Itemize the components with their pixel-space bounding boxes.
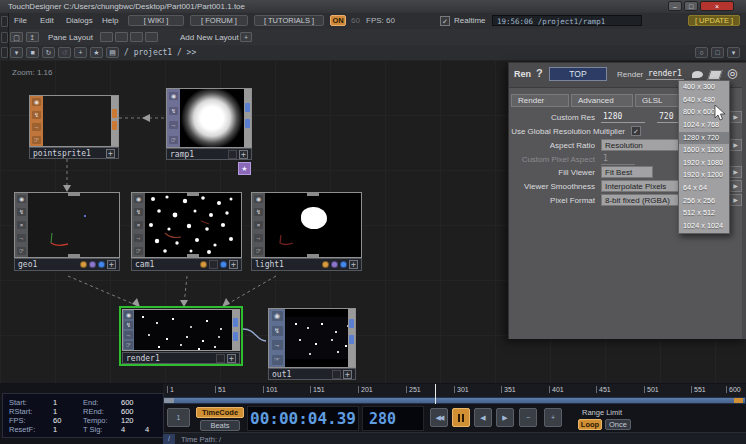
custom-res-width-field[interactable]: 1280 — [601, 112, 645, 123]
node-name-bar[interactable]: render1 + — [122, 352, 240, 364]
node-name-bar[interactable]: light1 + — [251, 258, 362, 271]
pane-square-icon[interactable]: □ — [711, 47, 724, 58]
bypass-flag-icon[interactable]: ↯ — [169, 107, 178, 115]
viewer-dot[interactable] — [340, 261, 347, 268]
viewer-flag-icon[interactable]: ◉ — [169, 92, 178, 100]
tsig-a-value[interactable]: 4 — [121, 425, 125, 434]
tab-advanced[interactable]: Advanced — [571, 94, 633, 107]
monitor-icon[interactable]: ▢ — [10, 32, 23, 42]
decrement-button[interactable]: − — [519, 408, 537, 427]
fps-value[interactable]: 60 — [53, 416, 61, 425]
flag-box[interactable] — [332, 370, 341, 379]
pause-button[interactable] — [452, 408, 470, 427]
pick-flag-icon[interactable]: ☞ — [272, 355, 283, 365]
playbar-mode-button[interactable]: 1 — [167, 408, 190, 427]
pane-down-icon[interactable]: ▾ — [727, 47, 740, 58]
pane-circle-icon[interactable]: ○ — [695, 47, 708, 58]
add-layout-button[interactable]: + — [240, 32, 252, 42]
render-dot[interactable] — [322, 261, 329, 268]
dropdown-item[interactable]: 1920 x 1200 — [679, 169, 729, 182]
node-name-bar[interactable]: out1 + — [268, 368, 356, 380]
custom-res-menu-button[interactable]: ▶ — [729, 111, 742, 123]
panel-scrollbar[interactable] — [742, 63, 746, 339]
pointer-up-icon[interactable]: ↥ — [26, 32, 39, 42]
node-render1[interactable]: ◉ ↯ → ☞ — [122, 309, 240, 351]
dropdown-item[interactable]: 1600 x 1200 — [679, 144, 729, 157]
playhead[interactable] — [435, 384, 436, 404]
menu-dialogs[interactable]: Dialogs — [66, 16, 93, 25]
pick-flag-icon[interactable]: ☞ — [17, 247, 26, 255]
slash-icon[interactable]: / — [163, 434, 175, 444]
refresh-back-icon[interactable]: ↺ — [58, 47, 71, 58]
node-ramp1[interactable]: ◉ ↯ → ☞ — [166, 88, 252, 148]
pick-flag-icon[interactable]: ☞ — [169, 136, 178, 144]
bypass-flag-icon[interactable]: ↯ — [134, 208, 143, 216]
viewer-flag-icon[interactable]: ◉ — [272, 311, 283, 321]
pick-flag-icon[interactable]: ☞ — [134, 247, 143, 255]
stop-icon[interactable]: ■ — [26, 47, 39, 58]
node-viewer[interactable] — [285, 309, 348, 367]
display-badge[interactable]: ★ — [238, 162, 251, 175]
dropdown-item[interactable]: 400 x 300 — [679, 81, 729, 94]
jump-icon[interactable]: ▤ — [106, 47, 119, 58]
bullseye-icon[interactable]: ◎ — [727, 66, 737, 80]
node-viewer[interactable] — [28, 193, 119, 257]
end-value[interactable]: 600 — [121, 398, 134, 407]
pixel-format-menu-button[interactable]: ▶ — [729, 194, 742, 206]
expand-parameters-button[interactable]: + — [229, 260, 238, 269]
fill-viewer-field[interactable]: Fit Best — [601, 166, 653, 178]
node-output-connector[interactable] — [244, 89, 251, 147]
bypass-flag-icon[interactable]: ↯ — [272, 326, 283, 336]
node-name-bar[interactable]: geo1 + — [14, 258, 120, 271]
beats-mode-button[interactable]: Beats — [200, 420, 240, 431]
node-viewer[interactable] — [145, 193, 241, 257]
step-back-button[interactable]: ◀ — [474, 408, 492, 427]
render-target-field[interactable]: render1 — [646, 69, 684, 80]
node-output-connector[interactable] — [232, 310, 239, 350]
viewer-dot[interactable] — [98, 261, 105, 268]
expand-parameters-button[interactable]: + — [106, 149, 115, 158]
tab-render[interactable]: Render — [511, 94, 569, 107]
node-geo1[interactable]: ◉ ↯ × → ☞ — [14, 192, 120, 258]
viewer-flag-icon[interactable]: ◉ — [17, 195, 26, 203]
expand-parameters-button[interactable]: + — [107, 260, 116, 269]
node-viewer[interactable] — [180, 89, 244, 147]
node-light1[interactable]: ◉ ↯ × → ☞ — [251, 192, 362, 258]
tempo-value[interactable]: 120 — [121, 416, 134, 425]
node-render1-selection[interactable]: ◉ ↯ → ☞ render1 + — [119, 306, 243, 366]
bypass-flag-icon[interactable]: ↯ — [17, 208, 26, 216]
help-icon[interactable]: ? — [536, 67, 543, 79]
pixel-format-field[interactable]: 8-bit fixed (RGBA) — [601, 194, 687, 206]
range-start-handle[interactable] — [164, 398, 174, 403]
pick-flag-icon[interactable]: ☞ — [124, 341, 133, 349]
node-viewer[interactable] — [134, 310, 232, 350]
node-viewer[interactable] — [43, 96, 111, 146]
viewer-dot[interactable] — [220, 261, 227, 268]
layout-preset-2[interactable] — [115, 32, 128, 42]
operator-family-button[interactable]: TOP — [549, 67, 607, 81]
node-out1[interactable]: ◉ ↯ → ☞ — [268, 308, 356, 368]
delete-flag-icon[interactable]: × — [134, 221, 143, 229]
dropdown-item-highlighted[interactable]: 1280 x 720 — [679, 132, 729, 145]
node-name-bar[interactable]: cam1 + — [131, 258, 242, 271]
flag-box[interactable] — [209, 260, 218, 269]
smoothness-field[interactable]: Interpolate Pixels — [601, 180, 683, 192]
expand-parameters-button[interactable]: + — [227, 354, 236, 363]
menu-help[interactable]: Help — [102, 16, 118, 25]
node-name-bar[interactable]: pointsprite1 + — [29, 147, 119, 159]
delete-flag-icon[interactable]: × — [17, 221, 26, 229]
viewer-flag-icon[interactable]: ◉ — [254, 195, 263, 203]
render-dot[interactable] — [80, 261, 87, 268]
plus-icon[interactable]: + — [74, 47, 87, 58]
frame-ruler[interactable]: 1 51 101 151 201 251 301 351 401 451 501… — [163, 384, 746, 398]
menu-edit[interactable]: Edit — [40, 16, 54, 25]
render-flag-icon[interactable]: → — [32, 123, 41, 131]
node-output-connector[interactable] — [348, 309, 355, 367]
rail-box-1[interactable] — [1, 16, 8, 27]
increment-button[interactable]: + — [544, 408, 562, 427]
rail-box-3[interactable] — [1, 47, 8, 58]
aspect-menu-button[interactable]: ▶ — [729, 139, 742, 151]
layout-preset-1[interactable] — [100, 32, 113, 42]
breadcrumb[interactable]: / project1 / >> — [124, 48, 196, 57]
play-button[interactable]: ▶ — [496, 408, 514, 427]
